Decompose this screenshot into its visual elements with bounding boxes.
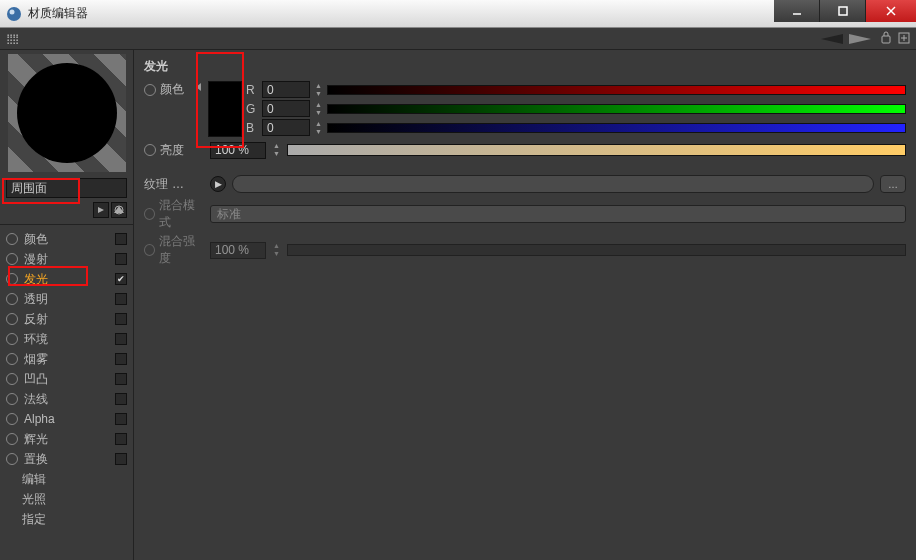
g-label: G <box>246 102 258 116</box>
b-slider[interactable] <box>327 123 906 133</box>
r-slider[interactable] <box>327 85 906 95</box>
channel-normal[interactable]: 法线 <box>0 389 133 409</box>
window-controls <box>774 0 916 28</box>
b-value-input[interactable]: 0 <box>262 119 310 136</box>
channel-environment-checkbox[interactable] <box>115 333 127 345</box>
lock-icon[interactable] <box>880 30 892 48</box>
channel-alpha-checkbox[interactable] <box>115 413 127 425</box>
blendmode-select[interactable]: 标准 <box>210 205 906 223</box>
sub-item-assign[interactable]: 指定 <box>22 509 133 529</box>
blendstrength-slider[interactable] <box>287 244 906 256</box>
channel-luminance[interactable]: 发光✔ <box>0 269 133 289</box>
r-label: R <box>246 83 258 97</box>
right-panel: 发光 颜色 R 0 ▲▼ G 0 ▲▼ <box>134 50 916 560</box>
r-spinner[interactable]: ▲▼ <box>314 82 323 98</box>
texture-path-input[interactable] <box>232 175 874 193</box>
channel-transparency-checkbox[interactable] <box>115 293 127 305</box>
texture-menu-button[interactable]: ▶ <box>210 176 226 192</box>
g-value-input[interactable]: 0 <box>262 100 310 117</box>
channel-color[interactable]: 颜色 <box>0 229 133 249</box>
channel-list: 颜色 漫射 发光✔ 透明 反射 环境 烟雾 凹凸 法线 Alpha 辉光 置换 … <box>0 225 133 533</box>
svg-rect-8 <box>882 36 890 43</box>
next-arrow-icon[interactable] <box>846 32 874 46</box>
color-label: 颜色 <box>160 81 184 98</box>
maximize-button[interactable] <box>820 0 866 22</box>
b-spinner[interactable]: ▲▼ <box>314 120 323 136</box>
channel-transparency[interactable]: 透明 <box>0 289 133 309</box>
channel-alpha[interactable]: Alpha <box>0 409 133 429</box>
svg-point-1 <box>10 9 15 14</box>
brightness-label: 亮度 <box>160 142 184 159</box>
brightness-slider[interactable] <box>287 144 906 156</box>
section-title: 发光 <box>144 58 906 75</box>
svg-marker-6 <box>821 34 843 44</box>
toolbar: ⣿⣿ <box>0 28 916 50</box>
channel-bump[interactable]: 凹凸 <box>0 369 133 389</box>
channel-bump-checkbox[interactable] <box>115 373 127 385</box>
channel-reflection[interactable]: 反射 <box>0 309 133 329</box>
texture-browse-button[interactable]: … <box>880 175 906 193</box>
material-name-input[interactable]: 周围面 <box>6 178 127 198</box>
close-button[interactable] <box>866 0 916 22</box>
channel-fog[interactable]: 烟雾 <box>0 349 133 369</box>
sub-item-edit[interactable]: 编辑 <box>22 469 133 489</box>
left-panel: 周围面 颜色 漫射 发光✔ 透明 反射 环境 烟雾 凹凸 法线 Alpha 辉光… <box>0 50 134 560</box>
svg-point-0 <box>7 7 21 21</box>
channel-color-checkbox[interactable] <box>115 233 127 245</box>
channel-glow[interactable]: 辉光 <box>0 429 133 449</box>
texture-label: 纹理 <box>144 176 168 193</box>
preview-sphere <box>17 63 117 163</box>
g-spinner[interactable]: ▲▼ <box>314 101 323 117</box>
grip-icon: ⣿⣿ <box>6 33 18 44</box>
blendstrength-spinner[interactable]: ▲▼ <box>272 242 281 258</box>
channel-displacement[interactable]: 置换 <box>0 449 133 469</box>
blendstrength-label: 混合强度 <box>159 233 204 267</box>
channel-fog-checkbox[interactable] <box>115 353 127 365</box>
svg-marker-12 <box>98 207 104 213</box>
app-icon <box>6 6 22 22</box>
channel-reflection-checkbox[interactable] <box>115 313 127 325</box>
minimize-button[interactable] <box>774 0 820 22</box>
picker-icon[interactable] <box>111 202 127 218</box>
material-preview[interactable] <box>8 54 126 172</box>
svg-marker-7 <box>849 34 871 44</box>
dropdown-triangle-icon[interactable] <box>196 83 201 91</box>
rename-arrow-icon[interactable] <box>93 202 109 218</box>
channel-luminance-checkbox[interactable]: ✔ <box>115 273 127 285</box>
channel-diffuse-checkbox[interactable] <box>115 253 127 265</box>
brightness-spinner[interactable]: ▲▼ <box>272 142 281 158</box>
channel-diffuse[interactable]: 漫射 <box>0 249 133 269</box>
channel-normal-checkbox[interactable] <box>115 393 127 405</box>
b-label: B <box>246 121 258 135</box>
brightness-input[interactable]: 100 % <box>210 142 266 159</box>
sub-item-illum[interactable]: 光照 <box>22 489 133 509</box>
new-window-icon[interactable] <box>898 30 910 48</box>
blendmode-label: 混合模式 <box>159 197 204 231</box>
titlebar: 材质编辑器 <box>0 0 916 28</box>
channel-glow-checkbox[interactable] <box>115 433 127 445</box>
channel-environment[interactable]: 环境 <box>0 329 133 349</box>
prev-arrow-icon[interactable] <box>818 32 846 46</box>
svg-rect-3 <box>839 7 847 15</box>
color-swatch[interactable] <box>208 81 242 137</box>
g-slider[interactable] <box>327 104 906 114</box>
blendstrength-input[interactable]: 100 % <box>210 242 266 259</box>
channel-displacement-checkbox[interactable] <box>115 453 127 465</box>
window-title: 材质编辑器 <box>28 5 88 22</box>
r-value-input[interactable]: 0 <box>262 81 310 98</box>
